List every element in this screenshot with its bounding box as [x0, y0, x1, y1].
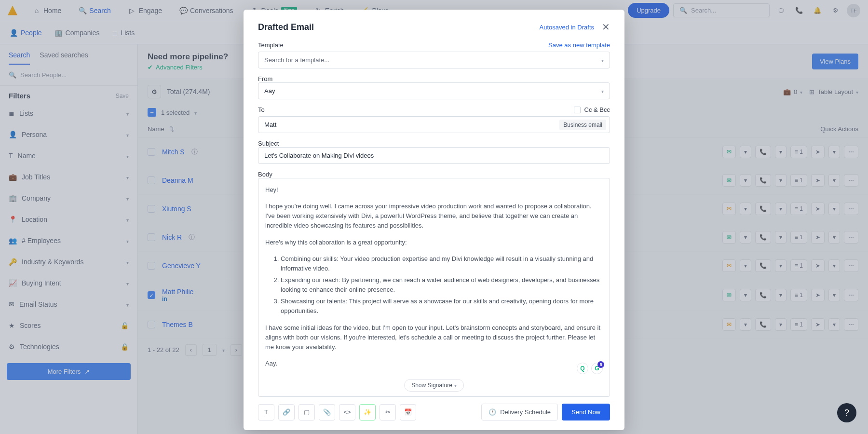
snippet-button[interactable]: ✂	[380, 404, 396, 420]
body-editor[interactable]: Hey! I hope you're doing well. I came ac…	[258, 178, 610, 397]
autosave-status[interactable]: Autosaved in Drafts	[540, 24, 594, 31]
from-select[interactable]: Aay	[258, 82, 610, 99]
code-button[interactable]: <>	[339, 404, 355, 420]
modal-overlay: Drafted Email Autosaved in Drafts ✕ Temp…	[0, 0, 868, 434]
text-format-button[interactable]: T	[258, 404, 274, 420]
template-select[interactable]: Search for a template...	[258, 52, 610, 68]
calendar-button[interactable]: 📅	[400, 404, 416, 420]
grammarly-icon[interactable]: G5	[591, 363, 603, 374]
template-label: Template	[258, 41, 284, 49]
ai-assist-button[interactable]: ✨	[359, 404, 376, 420]
send-now-button[interactable]: Send Now	[562, 404, 610, 420]
attachment-button[interactable]: 📎	[319, 404, 335, 420]
subject-label: Subject	[258, 140, 279, 147]
clock-icon: 🕐	[488, 408, 496, 416]
delivery-schedule-button[interactable]: 🕐Delivery Schedule	[481, 404, 558, 420]
to-field[interactable]: Matt	[258, 116, 610, 133]
email-modal: Drafted Email Autosaved in Drafts ✕ Temp…	[244, 10, 624, 430]
quillbot-icon[interactable]: Q	[577, 363, 588, 374]
to-label: To	[258, 106, 265, 113]
cc-bcc-toggle[interactable]: Cc & Bcc	[574, 106, 610, 113]
show-signature-button[interactable]: Show Signature	[404, 379, 464, 392]
modal-title: Drafted Email	[258, 22, 540, 32]
subject-input[interactable]	[258, 147, 610, 164]
save-template-link[interactable]: Save as new template	[548, 41, 610, 49]
link-button[interactable]: 🔗	[278, 404, 295, 420]
help-button[interactable]: ?	[837, 403, 856, 422]
image-button[interactable]: ▢	[298, 404, 315, 420]
close-icon[interactable]: ✕	[602, 21, 610, 33]
from-label: From	[258, 75, 272, 82]
body-label: Body	[258, 171, 272, 178]
business-email-badge: Business email	[559, 120, 606, 130]
